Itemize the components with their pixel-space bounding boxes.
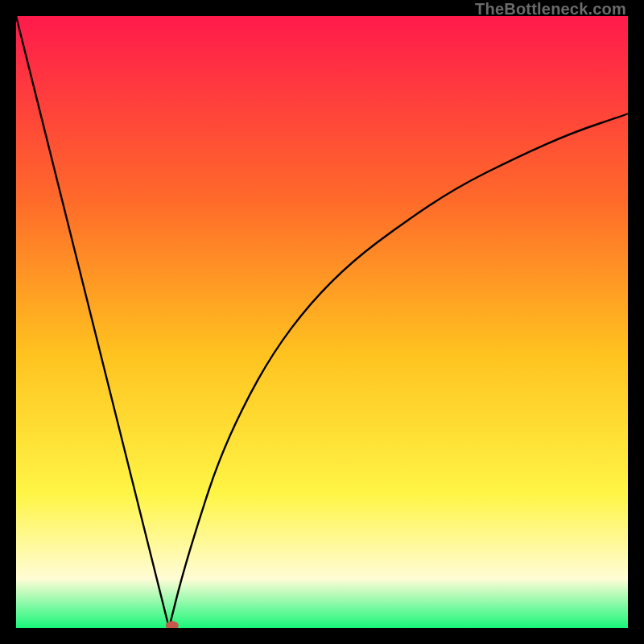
chart-frame: TheBottleneck.com: [0, 0, 644, 644]
attribution-label: TheBottleneck.com: [475, 0, 626, 19]
chart-canvas: [16, 16, 628, 628]
plot-area: [16, 16, 628, 628]
gradient-background: [16, 16, 628, 628]
